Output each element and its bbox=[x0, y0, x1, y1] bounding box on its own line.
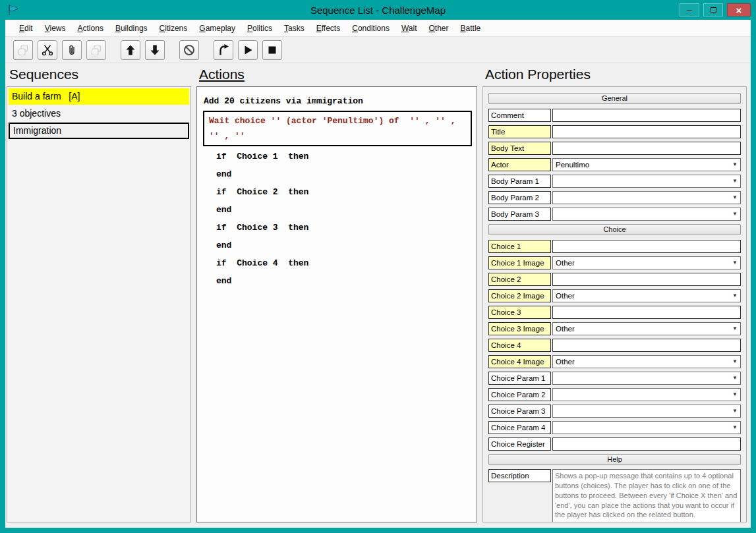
minimize-button[interactable]: – bbox=[680, 3, 699, 16]
chevron-down-icon: ▼ bbox=[730, 375, 740, 381]
actor-label: Actor bbox=[488, 158, 551, 171]
menu-item-wait[interactable]: Wait bbox=[395, 20, 423, 36]
menu-item-actions[interactable]: Actions bbox=[72, 20, 109, 36]
sequence-item[interactable]: Immigration bbox=[9, 123, 189, 139]
chevron-down-icon: ▼ bbox=[730, 325, 740, 331]
form-row-choice-param-1: Choice Param 1▼ bbox=[488, 370, 741, 386]
choice-2-image-select[interactable]: Other▼ bbox=[552, 289, 741, 302]
action-properties-panel: GeneralCommentTitleBody TextActorPenulti… bbox=[482, 86, 747, 522]
disable-button[interactable] bbox=[179, 40, 199, 60]
choice-param-4-select[interactable]: ▼ bbox=[552, 421, 741, 434]
jump-button[interactable] bbox=[214, 40, 233, 60]
form-field: Other▼ bbox=[552, 355, 741, 368]
sequence-item[interactable]: Build a farm [A] bbox=[9, 88, 189, 105]
body-param-2-label: Body Param 2 bbox=[488, 191, 551, 204]
cut-button[interactable] bbox=[38, 40, 57, 60]
form-row-choice-register: Choice Register bbox=[488, 435, 741, 452]
maximize-button[interactable] bbox=[703, 3, 723, 16]
move-up-button[interactable] bbox=[121, 40, 140, 60]
choice-1-image-value: Other bbox=[556, 259, 730, 267]
menu-item-other[interactable]: Other bbox=[423, 20, 455, 36]
form-row-choice-3-image: Choice 3 ImageOther▼ bbox=[488, 320, 741, 337]
choice-3-image-value: Other bbox=[556, 325, 730, 333]
menu-item-battle[interactable]: Battle bbox=[455, 20, 487, 36]
form-row-choice-param-2: Choice Param 2▼ bbox=[488, 386, 741, 403]
actor-select[interactable]: Penultimo▼ bbox=[552, 158, 741, 171]
sequences-heading: Sequences bbox=[7, 65, 191, 86]
choice-1-input[interactable] bbox=[552, 240, 741, 253]
form-row-body-param-2: Body Param 2▼ bbox=[488, 189, 741, 206]
choice-param-2-label: Choice Param 2 bbox=[488, 388, 551, 401]
choice-1-image-select[interactable]: Other▼ bbox=[552, 256, 741, 269]
action-item[interactable]: end bbox=[200, 165, 473, 183]
action-item[interactable]: if Choice 4 then bbox=[200, 254, 473, 272]
maximize-icon bbox=[711, 7, 716, 13]
title-input[interactable] bbox=[552, 125, 741, 138]
body-text-input[interactable] bbox=[552, 142, 741, 155]
choice-4-image-select[interactable]: Other▼ bbox=[552, 355, 741, 368]
body-param-1-select[interactable]: ▼ bbox=[552, 175, 741, 188]
action-item[interactable]: if Choice 3 then bbox=[200, 219, 473, 237]
form-field: ▼ bbox=[552, 388, 741, 401]
menu-item-citizens[interactable]: Citizens bbox=[154, 20, 194, 36]
action-item[interactable]: end bbox=[200, 201, 473, 219]
form-row-choice-4-image: Choice 4 ImageOther▼ bbox=[488, 353, 741, 370]
choice-4-label: Choice 4 bbox=[488, 339, 551, 352]
choice-4-input[interactable] bbox=[552, 339, 741, 352]
title-label: Title bbox=[488, 125, 551, 138]
copy-button[interactable] bbox=[86, 40, 106, 60]
choice-1-image-label: Choice 1 Image bbox=[488, 256, 551, 269]
actions-column: Actions Add 20 citizens via immigrationW… bbox=[196, 65, 477, 522]
help-group-header[interactable]: Help bbox=[488, 454, 741, 465]
menu-item-edit[interactable]: Edit bbox=[13, 20, 39, 36]
menu-item-buildings[interactable]: Buildings bbox=[109, 20, 154, 36]
duplicate-button[interactable] bbox=[13, 40, 33, 60]
form-field bbox=[552, 142, 741, 155]
description-label: Description bbox=[488, 469, 551, 482]
form-field bbox=[552, 469, 741, 522]
menu-item-views[interactable]: Views bbox=[39, 20, 72, 36]
actions-heading: Actions bbox=[196, 65, 477, 86]
sequence-item[interactable]: 3 objectives bbox=[9, 105, 189, 122]
choice-3-input[interactable] bbox=[552, 306, 741, 319]
choice-register-input[interactable] bbox=[552, 437, 741, 451]
menu-item-tasks[interactable]: Tasks bbox=[278, 20, 310, 36]
choice-3-image-select[interactable]: Other▼ bbox=[552, 322, 741, 335]
form-row-choice-param-3: Choice Param 3▼ bbox=[488, 403, 741, 419]
description-text[interactable] bbox=[552, 469, 741, 522]
choice-param-3-select[interactable]: ▼ bbox=[552, 405, 741, 418]
close-button[interactable]: × bbox=[727, 3, 751, 16]
menu-item-politics[interactable]: Politics bbox=[241, 20, 278, 36]
form-field: ▼ bbox=[552, 191, 741, 204]
stop-button[interactable] bbox=[262, 40, 282, 60]
choice-param-1-label: Choice Param 1 bbox=[488, 372, 551, 385]
action-item[interactable]: Add 20 citizens via immigration bbox=[200, 92, 473, 110]
action-item[interactable]: if Choice 2 then bbox=[200, 183, 473, 201]
comment-input[interactable] bbox=[552, 109, 741, 122]
copy-icon bbox=[90, 43, 103, 57]
choice-2-input[interactable] bbox=[552, 273, 741, 286]
choice-param-2-select[interactable]: ▼ bbox=[552, 388, 741, 401]
action-properties-heading: Action Properties bbox=[482, 65, 747, 86]
choice-param-1-select[interactable]: ▼ bbox=[552, 372, 741, 385]
form-field: ▼ bbox=[552, 208, 741, 221]
play-button[interactable] bbox=[238, 40, 258, 60]
choice-2-image-label: Choice 2 Image bbox=[488, 289, 551, 302]
action-item[interactable]: if Choice 1 then bbox=[200, 148, 473, 165]
body-param-2-select[interactable]: ▼ bbox=[552, 191, 741, 204]
chevron-down-icon: ▼ bbox=[730, 211, 740, 217]
play-icon bbox=[241, 43, 254, 57]
body-param-3-select[interactable]: ▼ bbox=[552, 208, 741, 221]
paste-button[interactable] bbox=[62, 40, 82, 60]
menu-item-conditions[interactable]: Conditions bbox=[346, 20, 395, 36]
action-item[interactable]: end bbox=[200, 237, 473, 254]
move-down-button[interactable] bbox=[145, 40, 165, 60]
menu-item-gameplay[interactable]: Gameplay bbox=[193, 20, 241, 36]
general-group-header[interactable]: General bbox=[488, 93, 741, 104]
action-item[interactable]: Wait choice '' (actor 'Penultimo') of ''… bbox=[203, 111, 472, 146]
choice-group-header[interactable]: Choice bbox=[488, 224, 741, 235]
action-item[interactable]: end bbox=[200, 272, 473, 290]
form-field: Other▼ bbox=[552, 256, 741, 269]
menu-item-effects[interactable]: Effects bbox=[310, 20, 346, 36]
form-field bbox=[552, 125, 741, 138]
